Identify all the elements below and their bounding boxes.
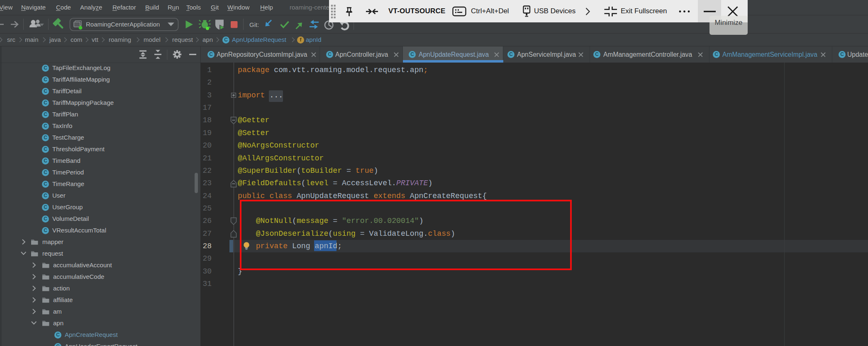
svg-text:Git:: Git: <box>249 21 259 28</box>
